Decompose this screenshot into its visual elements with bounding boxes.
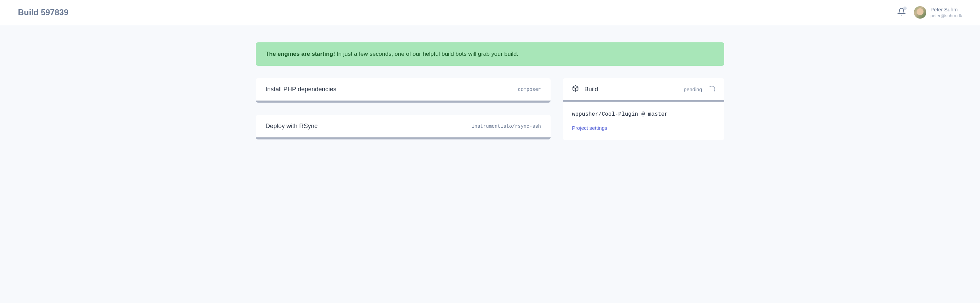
step-card-install-php[interactable]: Install PHP dependencies composer — [256, 78, 550, 103]
banner-strong: The engines are starting! — [266, 51, 335, 57]
build-column: Build pending wppusher/Cool-Plugin @ mas… — [563, 78, 724, 140]
repo-line: wppusher/Cool-Plugin @ master — [572, 111, 715, 117]
step-tag: composer — [518, 87, 541, 92]
status-banner: The engines are starting! In just a few … — [256, 42, 724, 66]
avatar — [914, 6, 926, 19]
box-icon — [572, 85, 579, 93]
steps-column: Install PHP dependencies composer Deploy… — [256, 78, 550, 152]
status-badge: pending — [684, 86, 702, 92]
content: The engines are starting! In just a few … — [238, 25, 742, 169]
build-body: wppusher/Cool-Plugin @ master Project se… — [563, 102, 724, 140]
step-card-deploy-rsync[interactable]: Deploy with RSync instrumentisto/rsync-s… — [256, 115, 550, 140]
bell-icon — [897, 11, 905, 17]
notification-dot — [903, 6, 907, 10]
build-header-right: pending — [684, 86, 715, 93]
page-title: Build 597839 — [18, 8, 68, 17]
banner-rest: In just a few seconds, one of our helpfu… — [335, 51, 518, 57]
user-email: peter@suhm.dk — [931, 13, 962, 19]
step-title: Deploy with RSync — [266, 122, 318, 130]
build-header-left: Build — [572, 85, 598, 93]
user-menu[interactable]: Peter Suhm peter@suhm.dk — [914, 6, 962, 19]
build-title: Build — [584, 86, 598, 93]
columns: Install PHP dependencies composer Deploy… — [256, 78, 724, 152]
user-text: Peter Suhm peter@suhm.dk — [931, 6, 962, 19]
build-card: Build pending wppusher/Cool-Plugin @ mas… — [563, 78, 724, 140]
build-header: Build pending — [563, 78, 724, 102]
topbar: Build 597839 Peter Suhm peter@suhm.dk — [0, 0, 980, 25]
spinner-icon — [708, 86, 715, 93]
notifications-button[interactable] — [897, 8, 905, 17]
project-settings-link[interactable]: Project settings — [572, 125, 608, 131]
step-title: Install PHP dependencies — [266, 86, 336, 93]
banner-text: The engines are starting! In just a few … — [266, 51, 714, 57]
user-name: Peter Suhm — [931, 6, 962, 13]
step-tag: instrumentisto/rsync-ssh — [471, 124, 541, 129]
topbar-right: Peter Suhm peter@suhm.dk — [897, 6, 962, 19]
